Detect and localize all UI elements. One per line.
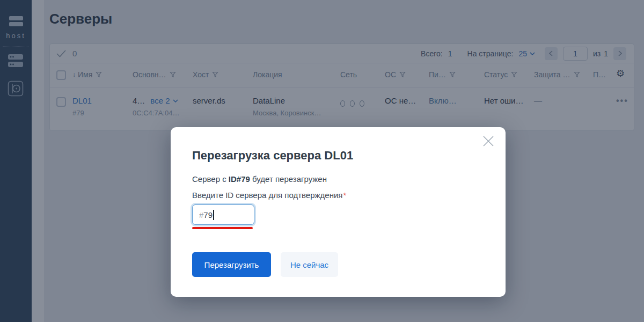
input-value-digits: 79 xyxy=(203,210,213,219)
input-label: Введите ID сервера для подтверждения* xyxy=(192,191,346,200)
annotation-underline xyxy=(192,227,253,229)
modal-message: Сервер с ID#79 будет перезагружен xyxy=(192,174,327,184)
modal-title: Перезагрузка сервера DL01 xyxy=(192,149,353,163)
message-prefix: Сервер с xyxy=(192,174,229,184)
required-asterisk: * xyxy=(343,191,346,200)
message-suffix: будет перезагружен xyxy=(250,174,327,184)
reboot-confirm-button[interactable]: Перезагрузить xyxy=(192,252,271,277)
screen: host Серверы xyxy=(0,0,644,322)
cancel-button[interactable]: Не сейчас xyxy=(281,252,338,277)
message-server-id: ID#79 xyxy=(229,174,250,184)
close-icon[interactable] xyxy=(482,135,494,149)
server-id-input[interactable]: # 79 xyxy=(192,204,254,225)
text-cursor xyxy=(213,210,214,220)
input-label-text: Введите ID сервера для подтверждения xyxy=(192,191,342,200)
input-value-hash: # xyxy=(199,210,203,219)
reboot-modal: Перезагрузка сервера DL01 Сервер с ID#79… xyxy=(171,127,506,297)
